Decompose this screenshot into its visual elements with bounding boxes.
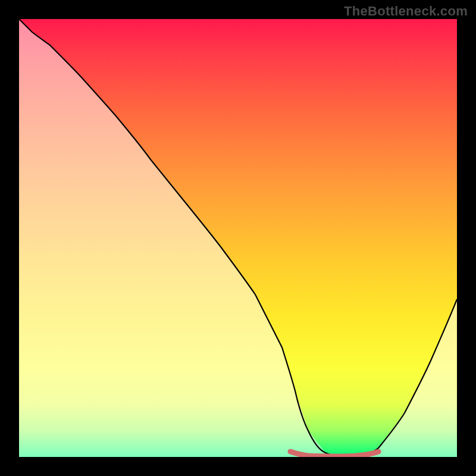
watermark-label: TheBottleneck.com xyxy=(344,4,468,19)
curve-layer xyxy=(19,19,457,457)
chart-stage: TheBottleneck.com xyxy=(0,0,476,476)
plot-area xyxy=(19,19,457,457)
under-curve-fill xyxy=(19,19,457,457)
